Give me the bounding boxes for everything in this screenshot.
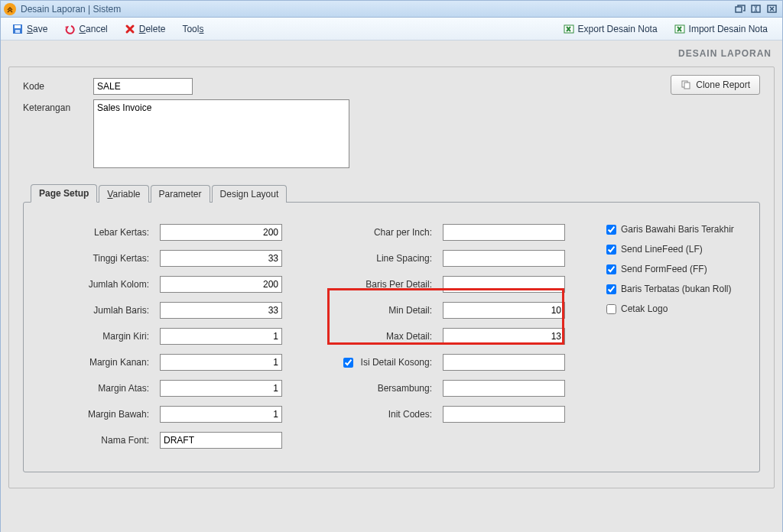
excel-export-icon — [564, 24, 574, 34]
margin-kiri-label: Margin Kiri: — [37, 331, 160, 342]
delete-label-rest: elete — [145, 24, 165, 34]
save-label-rest: ave — [33, 24, 47, 34]
isi-detail-kosong-input[interactable] — [443, 354, 565, 371]
tools-label-pre: Tool — [182, 24, 199, 34]
svg-rect-9 — [684, 83, 690, 89]
send-ff-checkbox[interactable] — [606, 264, 616, 274]
delete-icon — [125, 24, 135, 34]
jumlah-baris-input[interactable] — [160, 302, 282, 319]
keterangan-label: Keterangan — [23, 99, 93, 113]
body: DESAIN LAPORAN Clone Report Kode Keteran… — [1, 41, 782, 532]
undo-icon — [64, 24, 75, 34]
nama-font-label: Nama Font: — [37, 435, 160, 446]
send-lf-checkbox[interactable] — [606, 245, 616, 255]
cancel-label-rest: ancel — [86, 24, 108, 34]
tinggi-kertas-label: Tinggi Kertas: — [37, 253, 160, 264]
jumlah-kolom-label: Jumlah Kolom: — [37, 279, 160, 290]
isi-detail-kosong-label: Isi Detail Kosong: — [361, 357, 432, 368]
cpi-input[interactable] — [443, 224, 565, 241]
tab-parameter[interactable]: Parameter — [151, 185, 210, 203]
lebar-kertas-input[interactable] — [160, 224, 282, 241]
window: Desain Laporan | Sistem Save Cancel Dele… — [0, 0, 783, 532]
margin-atas-label: Margin Atas: — [37, 383, 160, 394]
cetak-logo-label: Cetak Logo — [621, 303, 668, 314]
clone-report-button[interactable]: Clone Report — [671, 75, 760, 95]
send-lf-label: Send LineFeed (LF) — [621, 244, 703, 255]
svg-rect-5 — [15, 30, 20, 33]
close-icon[interactable] — [765, 3, 779, 15]
tab-page-setup[interactable]: Page Setup — [31, 184, 97, 203]
min-detail-input[interactable] — [443, 302, 565, 319]
nama-font-input[interactable] — [160, 432, 282, 449]
tinggi-kertas-input[interactable] — [160, 250, 282, 267]
export-desain-nota-button[interactable]: Export Desain Nota — [557, 21, 664, 37]
section-title: DESAIN LAPORAN — [8, 45, 775, 66]
max-detail-label: Max Detail: — [290, 331, 443, 342]
toolbar: Save Cancel Delete Tools Export Desain N… — [1, 18, 782, 41]
maximize-icon[interactable] — [749, 3, 763, 15]
jumlah-kolom-input[interactable] — [160, 276, 282, 293]
delete-button[interactable]: Delete — [118, 21, 173, 37]
cancel-mnemonic: C — [79, 24, 86, 34]
line-spacing-input[interactable] — [443, 250, 565, 267]
excel-import-icon — [674, 24, 685, 34]
keterangan-input[interactable]: Sales Invoice — [93, 99, 349, 168]
cancel-button[interactable]: Cancel — [57, 21, 114, 37]
init-codes-label: Init Codes: — [290, 409, 443, 420]
bersambung-input[interactable] — [443, 380, 565, 397]
tab-variable[interactable]: Variable — [99, 185, 148, 203]
import-label: Import Desain Nota — [689, 24, 768, 34]
send-ff-label: Send FormFeed (FF) — [621, 264, 707, 274]
margin-atas-input[interactable] — [160, 380, 282, 397]
svg-rect-0 — [736, 7, 742, 12]
svg-rect-4 — [15, 25, 21, 28]
tabs: Page Setup Variable Parameter Design Lay… — [23, 183, 760, 472]
clone-report-label: Clone Report — [696, 79, 750, 90]
margin-bawah-label: Margin Bawah: — [37, 409, 160, 420]
tools-mnemonic: s — [199, 24, 203, 34]
jumlah-baris-label: Jumlah Baris: — [37, 305, 160, 316]
tab-design-layout[interactable]: Design Layout — [212, 185, 288, 203]
export-label: Export Desain Nota — [578, 24, 658, 34]
margin-kanan-input[interactable] — [160, 354, 282, 371]
main-panel: Clone Report Kode Keterangan Sales Invoi… — [8, 66, 775, 488]
margin-kiri-input[interactable] — [160, 328, 282, 345]
init-codes-input[interactable] — [443, 406, 565, 423]
kode-input[interactable] — [93, 78, 193, 95]
baris-terbatas-label: Baris Terbatas (bukan Roll) — [621, 284, 732, 294]
restore-down-icon[interactable] — [733, 3, 747, 15]
save-mnemonic: S — [27, 24, 33, 34]
garis-bawah-label: Garis Bawahi Baris Terakhir — [621, 224, 734, 235]
baris-per-detail-label: Baris Per Detail: — [290, 279, 443, 290]
import-desain-nota-button[interactable]: Import Desain Nota — [668, 21, 775, 37]
line-spacing-label: Line Spacing: — [290, 253, 443, 264]
isi-detail-kosong-checkbox-wrap[interactable] — [340, 355, 356, 370]
window-title: Desain Laporan | Sistem — [21, 4, 121, 15]
max-detail-input[interactable] — [443, 328, 565, 345]
lebar-kertas-label: Lebar Kertas: — [37, 227, 160, 238]
clone-icon — [681, 79, 691, 90]
cpi-label: Char per Inch: — [290, 227, 443, 238]
save-button[interactable]: Save — [5, 21, 54, 37]
save-icon — [12, 24, 23, 34]
baris-per-detail-input[interactable] — [443, 276, 565, 293]
cetak-logo-checkbox[interactable] — [606, 304, 616, 314]
garis-bawah-checkbox[interactable] — [606, 225, 616, 235]
kode-label: Kode — [23, 78, 93, 92]
tab-page-setup-content: Lebar Kertas: Tinggi Kertas: Jumlah Kolo… — [23, 202, 760, 472]
margin-bawah-input[interactable] — [160, 406, 282, 423]
isi-detail-kosong-checkbox[interactable] — [343, 358, 353, 368]
titlebar: Desain Laporan | Sistem — [1, 1, 782, 18]
min-detail-label: Min Detail: — [290, 305, 443, 316]
app-icon — [4, 3, 16, 15]
baris-terbatas-checkbox[interactable] — [606, 284, 616, 294]
tools-button[interactable]: Tools — [175, 21, 210, 37]
bersambung-label: Bersambung: — [290, 383, 443, 394]
margin-kanan-label: Margin Kanan: — [37, 357, 160, 368]
